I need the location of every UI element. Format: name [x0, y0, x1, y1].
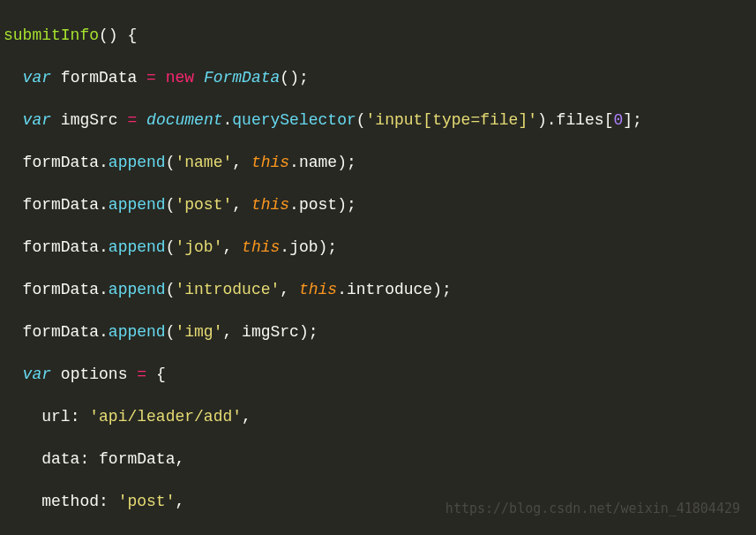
code-line: formData.append('name', this.name);	[0, 152, 756, 173]
code-line: url: 'api/leader/add',	[0, 406, 756, 427]
code-line: data: formData,	[0, 448, 756, 470]
code-line: formData.append('post', this.post);	[0, 194, 756, 215]
code-line: submitInfo() {	[0, 25, 756, 46]
code-line: var options = {	[0, 364, 756, 385]
code-line: formData.append('introduce', this.introd…	[0, 279, 756, 300]
code-editor: submitInfo() { var formData = new FormDa…	[0, 4, 756, 535]
code-line: var imgSrc = document.querySelector('inp…	[0, 109, 756, 131]
function-name: submitInfo	[4, 26, 99, 44]
code-line: formData.append('job', this.job);	[0, 237, 756, 258]
watermark-text: https://blog.csdn.net/weixin_41804429	[445, 498, 740, 519]
code-line: var formData = new FormData();	[0, 67, 756, 88]
code-line: formData.append('img', imgSrc);	[0, 321, 756, 343]
